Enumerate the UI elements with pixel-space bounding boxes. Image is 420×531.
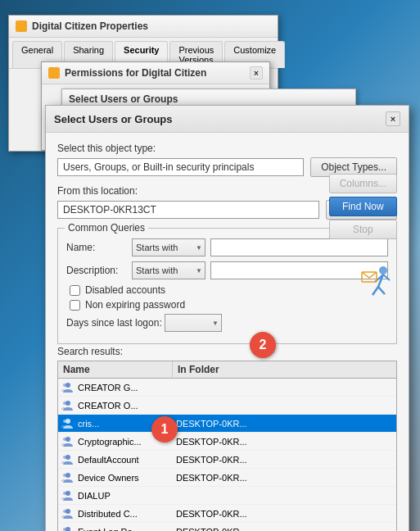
select-ug-bg-title: Select Users or Groups [69, 93, 178, 105]
col-name-header: Name [58, 361, 173, 378]
desc-filter-label: Description: [66, 265, 132, 276]
table-row[interactable]: CREATOR G... [58, 379, 396, 397]
desc-filter-row: Description: Starts with [66, 261, 388, 279]
results-table-header: Name In Folder [58, 361, 396, 379]
days-since-row: Days since last logon: [66, 314, 388, 332]
name-filter-select[interactable]: Starts with [132, 238, 205, 256]
svg-point-12 [63, 420, 66, 423]
bg-window-titlebar: Digital Citizen Properties [9, 16, 278, 38]
table-row[interactable]: Cryptographic...DESKTOP-0KR... [58, 433, 396, 451]
columns-button[interactable]: Columns... [329, 174, 397, 193]
search-results-label: Search results: [46, 346, 409, 357]
disabled-accounts-checkbox[interactable] [70, 285, 80, 296]
svg-point-22 [63, 510, 66, 513]
svg-point-0 [379, 266, 387, 275]
results-container: Name In Folder CREATOR G... CREATOR O...… [57, 361, 397, 531]
svg-line-5 [383, 275, 390, 280]
find-now-button[interactable]: Find Now [329, 197, 397, 216]
table-row[interactable]: CREATOR O... [58, 397, 396, 415]
svg-point-8 [63, 384, 66, 387]
disabled-accounts-row: Disabled accounts [70, 284, 388, 296]
svg-point-10 [63, 402, 66, 405]
select-users-groups-dialog: Select Users or Groups × Select this obj… [45, 105, 409, 531]
svg-line-2 [373, 287, 378, 295]
non-expiring-pwd-checkbox[interactable] [70, 300, 80, 311]
main-dialog-titlebar: Select Users or Groups × [46, 106, 409, 133]
badge-2: 2 [250, 332, 276, 358]
common-queries-title: Common Queries [65, 222, 148, 234]
location-field[interactable] [57, 201, 319, 219]
svg-point-16 [63, 456, 66, 459]
common-queries-content: Name: Starts with Description: Starts wi… [66, 238, 388, 332]
name-filter-label: Name: [66, 242, 132, 253]
table-row[interactable]: Event Log Re...DESKTOP-0KR... [58, 523, 396, 531]
main-dialog-close-button[interactable]: × [386, 111, 400, 126]
permissions-close-button[interactable]: × [250, 66, 263, 79]
permissions-titlebar: Permissions for Digital Citizen × [42, 62, 269, 84]
svg-point-24 [63, 528, 66, 531]
side-buttons: Columns... Find Now Stop [329, 174, 397, 239]
main-dialog-body: Select this object type: Object Types...… [46, 133, 409, 362]
days-since-label: Days since last logon: [66, 317, 165, 329]
bg-window-title: Digital Citizen Properties [32, 20, 148, 32]
main-dialog-title: Select Users or Groups [54, 113, 173, 125]
desc-filter-select[interactable]: Starts with [132, 261, 205, 279]
object-type-field[interactable] [57, 158, 304, 176]
col-folder-header: In Folder [173, 361, 396, 378]
results-table-body: CREATOR G... CREATOR O... cris...DESKTOP… [58, 379, 396, 531]
badge-1: 1 [151, 416, 178, 442]
folder-icon [16, 20, 27, 32]
common-queries-group: Common Queries Name: Starts with Descrip… [57, 228, 397, 344]
svg-point-20 [63, 492, 66, 495]
svg-point-14 [63, 438, 66, 441]
permissions-title: Permissions for Digital Citizen [65, 67, 206, 79]
name-filter-input[interactable] [210, 238, 388, 256]
table-row[interactable]: Distributed C...DESKTOP-0KR... [58, 505, 396, 523]
days-since-select[interactable] [165, 314, 222, 332]
permissions-icon [48, 67, 60, 79]
non-expiring-pwd-row: Non expiring password [70, 299, 388, 311]
table-row[interactable]: Device OwnersDESKTOP-0KR... [58, 469, 396, 487]
name-filter-row: Name: Starts with [66, 238, 388, 256]
table-row[interactable]: cris...DESKTOP-0KR... [58, 415, 396, 433]
object-type-label: Select this object type: [57, 143, 397, 154]
table-row[interactable]: DefaultAccountDESKTOP-0KR... [58, 451, 396, 469]
stop-button[interactable]: Stop [329, 220, 397, 239]
svg-line-3 [378, 287, 385, 294]
disabled-accounts-label: Disabled accounts [85, 284, 165, 296]
table-row[interactable]: DIALUP [58, 487, 396, 505]
non-expiring-pwd-label: Non expiring password [85, 299, 185, 311]
running-man-icon [360, 264, 397, 303]
svg-point-18 [63, 474, 66, 477]
